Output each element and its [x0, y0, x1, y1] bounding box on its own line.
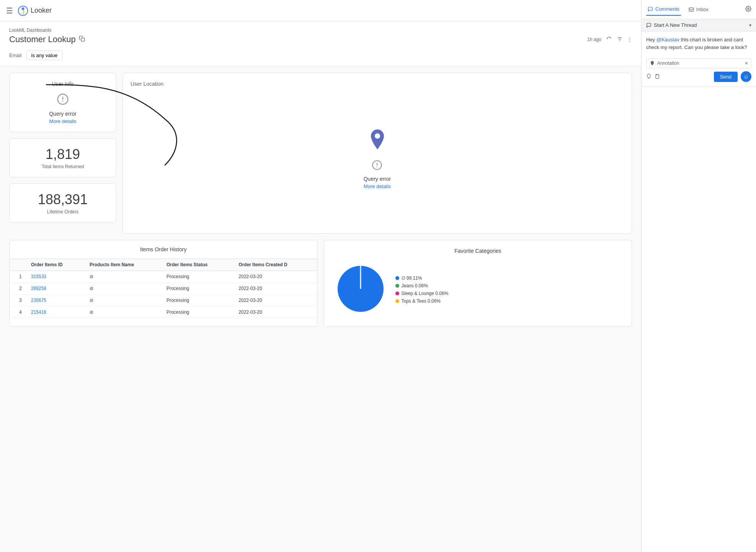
settings-icon[interactable]: [745, 6, 751, 13]
location-error: Query error More details: [364, 160, 391, 189]
filter-row: Email is any value: [0, 48, 641, 67]
legend-item: Jeans 0.06%: [395, 283, 449, 288]
error-icon: [17, 93, 108, 108]
col-num: [10, 259, 26, 271]
row-date: 2022-03-20: [234, 283, 317, 295]
user-location-card: User Location: [122, 73, 632, 234]
content-area: LookML Dashboards Customer Lookup 1h ago…: [0, 21, 641, 552]
row-num: 4: [10, 306, 26, 318]
emoji-button[interactable]: ☺: [741, 71, 751, 82]
new-thread-label: Start A New Thread: [654, 22, 697, 28]
comment-pin-button[interactable]: [646, 74, 651, 80]
pie-chart: [332, 260, 389, 319]
total-items-card: 1,819 Total Items Returned: [9, 138, 116, 177]
total-items-value: 1,819: [17, 146, 108, 162]
row-status: Processing: [162, 306, 234, 318]
annotation-close-icon[interactable]: ×: [745, 60, 748, 66]
table-row: 4 215418 ⊘ Processing 2022-03-20: [10, 306, 317, 318]
row-id: 215418: [26, 306, 85, 318]
row-num: 1: [10, 271, 26, 283]
legend-label: Tops & Tees 0.06%: [402, 298, 441, 304]
looker-logo[interactable]: Looker: [18, 5, 52, 16]
send-button[interactable]: Send: [714, 72, 738, 82]
row-num: 3: [10, 295, 26, 306]
col-status: Order Items Status: [162, 259, 234, 271]
refresh-icon[interactable]: [606, 36, 612, 43]
user-info-card: User Info Query error More details: [9, 73, 116, 132]
chevron-down-icon[interactable]: ▾: [749, 23, 751, 28]
comment-prefix: Hey: [646, 37, 656, 43]
legend-dot: [395, 276, 399, 280]
row-date: 2022-03-20: [234, 271, 317, 283]
comment-text: Hey @Kaustav this chart is broken and ca…: [646, 36, 751, 55]
looker-wordmark: Looker: [31, 7, 52, 15]
user-info-title: User Info: [17, 81, 108, 87]
row-status: Processing: [162, 295, 234, 306]
main-layout: LookML Dashboards Customer Lookup 1h ago…: [0, 21, 641, 552]
lifetime-orders-value: 188,391: [17, 192, 108, 208]
map-pin-icon: [368, 129, 387, 154]
table-row: 1 315533 ⊘ Processing 2022-03-20: [10, 271, 317, 283]
comments-tab-label: Comments: [655, 6, 679, 12]
copy-icon[interactable]: [79, 36, 85, 43]
comments-header: Comments Inbox: [642, 0, 756, 19]
favorite-categories-title: Favorite Categories: [332, 248, 624, 254]
lifetime-orders-card: 188,391 Lifetime Orders: [9, 183, 116, 223]
total-items-label: Total Items Returned: [17, 164, 108, 169]
annotation-label: Annotation: [657, 61, 743, 66]
new-thread-button[interactable]: Start A New Thread: [646, 22, 746, 28]
breadcrumb: LookML Dashboards: [9, 28, 632, 33]
svg-rect-11: [81, 38, 85, 41]
legend-item: Sleep & Lounge 0.06%: [395, 291, 449, 296]
lifetime-orders-label: Lifetime Orders: [17, 209, 108, 215]
order-history-title: Items Order History: [10, 240, 317, 259]
looker-swirl-icon: [18, 5, 28, 16]
legend-item: Tops & Tees 0.06%: [395, 298, 449, 304]
comment-compose: Hey @Kaustav this chart is broken and ca…: [642, 31, 756, 87]
row-id: 269258: [26, 283, 85, 295]
svg-point-25: [748, 8, 749, 10]
row-id: 315533: [26, 271, 85, 283]
location-error-label: Query error: [364, 176, 391, 182]
legend-dot: [395, 292, 399, 295]
annotation-row: Annotation ×: [646, 58, 751, 68]
filter-icon[interactable]: [617, 36, 623, 43]
user-location-title: User Location: [131, 81, 163, 87]
legend-label: Jeans 0.06%: [402, 283, 428, 288]
legend-label: ∅ 99.11%: [402, 275, 422, 281]
user-info-more-details[interactable]: More details: [17, 118, 108, 124]
comments-tab[interactable]: Comments: [646, 3, 681, 16]
page-header: LookML Dashboards Customer Lookup 1h ago…: [0, 21, 641, 48]
mention-tag: @Kaustav: [656, 37, 679, 43]
row-id: 235675: [26, 295, 85, 306]
svg-point-18: [375, 133, 380, 139]
filter-chip[interactable]: is any value: [26, 51, 63, 60]
location-more-details[interactable]: More details: [364, 183, 391, 189]
bottom-grid: Items Order History Order Items ID Produ…: [0, 240, 641, 333]
more-icon[interactable]: ⋮: [627, 37, 632, 42]
favorite-categories-card: Favorite Categories: [324, 240, 632, 327]
order-history-card: Items Order History Order Items ID Produ…: [9, 240, 318, 327]
legend-label: Sleep & Lounge 0.06%: [402, 291, 449, 296]
user-info-error-label: Query error: [17, 111, 108, 117]
map-area: Query error More details: [131, 93, 624, 226]
row-status: Processing: [162, 271, 234, 283]
row-product: ⊘: [85, 283, 162, 295]
order-history-table: Order Items ID Products Item Name Order …: [10, 259, 317, 318]
comment-trash-button[interactable]: [655, 74, 660, 80]
new-thread-bar: Start A New Thread ▾: [642, 19, 756, 31]
legend-dot: [395, 284, 399, 288]
svg-point-17: [62, 101, 64, 102]
comments-panel: Comments Inbox Start A New Thread ▾ Hey …: [641, 0, 756, 552]
inbox-tab-label: Inbox: [696, 7, 709, 12]
pin-small-icon: [650, 61, 655, 66]
table-row: 3 235675 ⊘ Processing 2022-03-20: [10, 295, 317, 306]
page-title: Customer Lookup: [9, 34, 76, 44]
hamburger-icon[interactable]: ☰: [6, 6, 13, 15]
inbox-tab[interactable]: Inbox: [687, 3, 710, 15]
row-product: ⊘: [85, 306, 162, 318]
col-date: Order Items Created D: [234, 259, 317, 271]
filter-label: Email: [9, 52, 22, 58]
row-product: ⊘: [85, 295, 162, 306]
row-status: Processing: [162, 283, 234, 295]
